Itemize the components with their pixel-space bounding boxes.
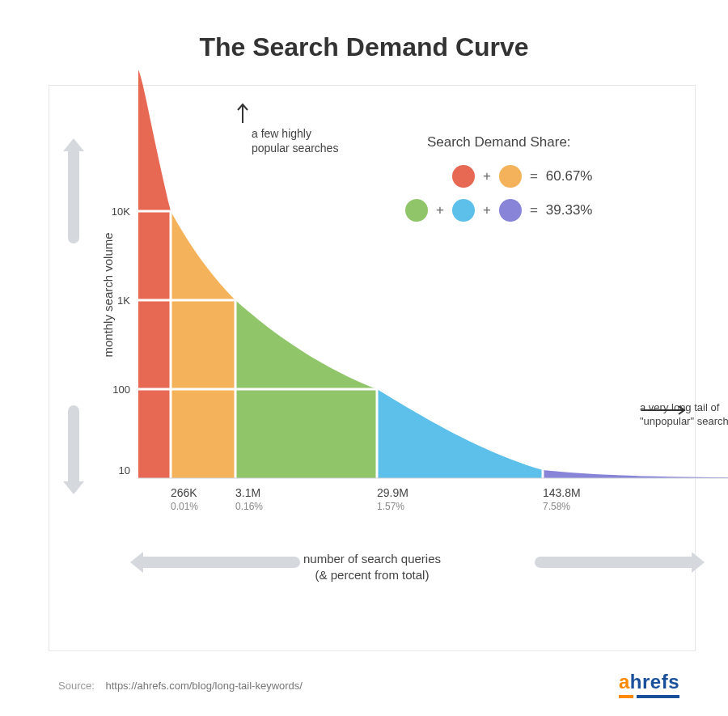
legend-dot-red-icon [452, 165, 475, 188]
plus-icon: + [483, 168, 491, 184]
brand-b: hrefs [630, 671, 679, 693]
brand-a: a [619, 671, 630, 693]
x-tick-266k-value: 266K [171, 486, 197, 499]
legend-dot-purple-icon [499, 199, 522, 222]
equals-icon: = [530, 202, 538, 218]
x-tick-143m: 143.8M 7.58% [543, 486, 581, 512]
x-tick-266k: 266K 0.01% [171, 486, 198, 512]
segment-red [138, 70, 171, 478]
legend-row-tail: + + = 39.33% [405, 199, 592, 222]
y-tick-100: 100 [112, 383, 130, 396]
annotation-popular-l2: popular searches [252, 142, 338, 155]
x-tick-3m: 3.1M 0.16% [235, 486, 263, 512]
y-axis-arrow-up-icon [68, 146, 79, 244]
y-axis-arrow-down-icon [68, 405, 79, 486]
annotation-longtail-l2: "unpopular" searches [640, 415, 728, 427]
x-tick-143m-value: 143.8M [543, 486, 581, 499]
brand-logo: ahrefs [619, 671, 679, 698]
plus-icon: + [436, 202, 444, 218]
plus-icon: + [483, 202, 491, 218]
x-axis-label-l2: (& percent from total) [315, 568, 430, 582]
y-axis-ticks: 10K 1K 100 10 [98, 94, 137, 478]
arrow-up-icon [235, 102, 250, 125]
source-url: https://ahrefs.com/blog/long-tail-keywor… [105, 680, 303, 692]
legend-head-value: 60.67% [546, 168, 593, 184]
x-tick-29m: 29.9M 1.57% [377, 486, 408, 512]
legend-tail-value: 39.33% [546, 202, 593, 218]
source-line: Source: https://ahrefs.com/blog/long-tai… [58, 680, 303, 692]
x-tick-29m-value: 29.9M [377, 486, 408, 499]
legend-dot-orange-icon [499, 165, 522, 188]
x-tick-3m-pct: 0.16% [235, 501, 263, 512]
x-tick-143m-pct: 7.58% [543, 501, 581, 512]
figure-root: The Search Demand Curve monthly search v… [0, 0, 728, 716]
x-axis-label-l1: number of search queries [303, 552, 441, 566]
chart-panel: monthly search volume 10K 1K 100 10 [49, 85, 696, 651]
y-tick-10k: 10K [112, 205, 130, 218]
x-tick-3m-value: 3.1M [235, 486, 260, 499]
segment-blue [377, 389, 543, 478]
equals-icon: = [530, 168, 538, 184]
legend-row-head: + = 60.67% [405, 165, 592, 188]
segment-purple [543, 470, 728, 478]
x-tick-266k-pct: 0.01% [171, 501, 198, 512]
arrow-right-icon [640, 405, 688, 416]
y-tick-10: 10 [119, 464, 130, 477]
brand-underline-icon [619, 695, 679, 698]
legend: Search Demand Share: + = 60.67% + + = 39… [405, 134, 592, 233]
chart-title: The Search Demand Curve [0, 32, 728, 62]
annotation-popular: a few highly popular searches [252, 126, 338, 155]
x-axis-label: number of search queries (& percent from… [49, 551, 695, 584]
y-tick-1k: 1K [117, 294, 130, 307]
segment-orange [171, 211, 235, 478]
annotation-popular-l1: a few highly [252, 127, 311, 140]
legend-dot-blue-icon [452, 199, 475, 222]
source-label: Source: [58, 680, 95, 692]
legend-title: Search Demand Share: [405, 134, 592, 150]
legend-dot-green-icon [405, 199, 428, 222]
x-tick-29m-pct: 1.57% [377, 501, 408, 512]
annotation-longtail: a very long tail of "unpopular" searches [640, 401, 728, 429]
